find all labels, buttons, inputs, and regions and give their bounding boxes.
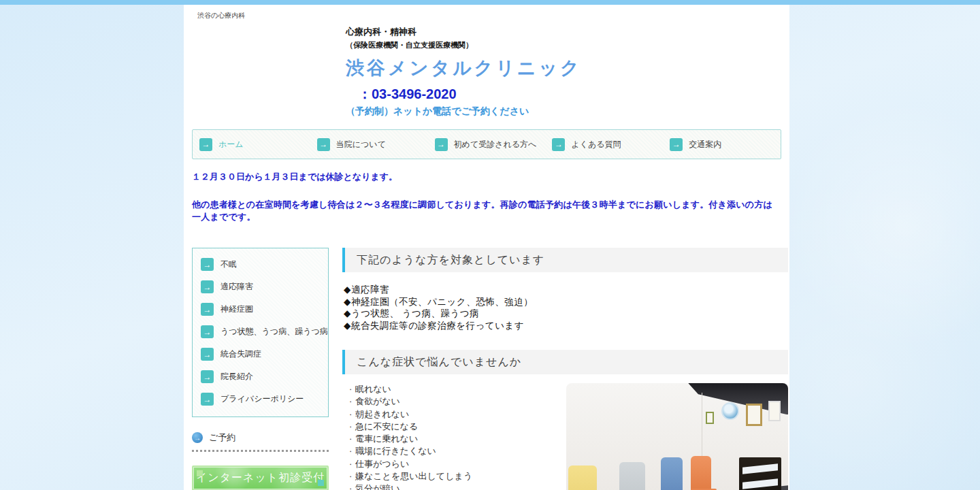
bullet-icon: ・: [347, 483, 354, 490]
arrow-icon: →: [201, 303, 214, 316]
arrow-icon: →: [435, 138, 448, 151]
arrow-icon: →: [317, 138, 330, 151]
sidebar: → 不眠 → 適応障害 → 神経症圏 → うつ: [192, 248, 329, 490]
symptom-item-label: 気分が暗い: [355, 483, 400, 490]
nav-item[interactable]: → ホーム: [193, 138, 310, 151]
symptom-item-label: 電車に乗れない: [355, 433, 418, 445]
symptom-item: ・ 食欲がない: [347, 395, 566, 408]
section-heading-symptoms: こんな症状で悩んでいませんか: [342, 350, 788, 374]
nav-item[interactable]: → 当院について: [310, 138, 428, 151]
button-corner-decoration: [318, 480, 324, 486]
waiting-room-photo: [566, 383, 788, 490]
dotted-divider: [192, 450, 329, 452]
photo-frame-white: [768, 401, 781, 421]
bullet-icon: ・: [347, 471, 354, 483]
chair-orange: [691, 456, 719, 490]
symptom-item-label: 職場に行きたくない: [355, 445, 436, 457]
chair-blue: [661, 457, 691, 490]
target-item: ◆うつ状態、 うつ病、躁うつ病: [344, 308, 788, 320]
holiday-notice: １２月３０日から１月３日までは休診となります。: [192, 171, 781, 183]
symptom-item: ・ 眠れない: [347, 383, 566, 395]
bullet-icon: ・: [347, 459, 354, 470]
symptom-item-label: 仕事がつらい: [355, 458, 409, 470]
reservation-heading-label: ご予約: [209, 431, 235, 444]
arrow-icon: →: [201, 325, 214, 338]
bullet-icon: ・: [347, 446, 354, 457]
arrow-icon: →: [201, 258, 214, 271]
arrow-icon: →: [670, 138, 683, 151]
internet-reception-button[interactable]: インターネット初診受付: [192, 466, 329, 490]
clinic-name: 渋谷メンタルクリニック: [346, 56, 789, 80]
symptom-item-label: 嫌なことを思い出してしまう: [355, 470, 472, 483]
sidebar-menu-item-label: 不眠: [220, 259, 237, 270]
sidebar-menu-item-label: 神経症圏: [220, 304, 253, 315]
arrow-icon: →: [201, 348, 214, 361]
sidebar-menu-item[interactable]: → 神経症圏: [201, 298, 328, 321]
photo-frame-green: [706, 412, 714, 424]
site-header: 心療内科・精神科 （保険医療機関・自立支援医療機関） 渋谷メンタルクリニック ：…: [346, 26, 789, 118]
arrow-icon: →: [552, 138, 565, 151]
symptom-item-label: 朝起きれない: [355, 408, 409, 421]
target-item: ◆神経症圏（不安、パニック、恐怖、強迫）: [344, 296, 788, 308]
button-corner-decoration: [197, 470, 203, 476]
symptom-item-label: 急に不安になる: [355, 421, 418, 433]
arrow-icon: →: [201, 370, 214, 383]
nav-item-label: ホーム: [218, 139, 244, 150]
sidebar-menu-item[interactable]: → 適応障害: [201, 276, 328, 298]
license-label: （保険医療機関・自立支援医療機関）: [346, 40, 789, 50]
target-list: ◆適応障害 ◆神経症圏（不安、パニック、恐怖、強迫） ◆うつ状態、 うつ病、躁う…: [344, 284, 788, 331]
symptom-item: ・ 仕事がつらい: [347, 458, 566, 470]
circle-arrow-icon: →: [192, 432, 203, 443]
arrow-icon: →: [201, 280, 214, 293]
bullet-icon: ・: [347, 434, 354, 445]
sidebar-menu: → 不眠 → 適応障害 → 神経症圏 → うつ: [192, 248, 329, 417]
reservation-heading: → ご予約: [192, 431, 329, 444]
nav-item-label: 当院について: [336, 139, 386, 150]
photo-round-sign: [721, 402, 739, 420]
arrow-icon: →: [201, 393, 214, 406]
internet-reception-button-label: インターネット初診受付: [196, 471, 325, 485]
site-tagline: 渋谷の心療内科: [184, 5, 789, 20]
bullet-icon: ・: [347, 409, 354, 421]
sidebar-menu-item-label: 院長紹介: [220, 371, 253, 382]
symptom-list: ・ 眠れない ・ 食欲がない ・ 朝起きれない: [342, 383, 566, 490]
nav-item[interactable]: → 交通案内: [663, 138, 781, 151]
nav-item[interactable]: → よくある質問: [545, 138, 663, 151]
symptom-item: ・ 気分が暗い: [347, 483, 566, 490]
symptom-item: ・ 朝起きれない: [347, 408, 566, 421]
main-nav: → ホーム → 当院について → 初めて受診される方へ → よくある質問 → 交…: [192, 129, 781, 159]
sidebar-menu-item[interactable]: → 院長紹介: [201, 365, 328, 388]
symptom-item-label: 食欲がない: [355, 395, 400, 408]
sidebar-menu-item[interactable]: → 統合失調症: [201, 343, 328, 365]
sidebar-menu-item-label: うつ状態、うつ病、躁うつ病: [220, 326, 328, 338]
nav-item-label: 交通案内: [689, 139, 721, 150]
symptom-item: ・ 電車に乗れない: [347, 433, 566, 445]
sidebar-menu-item[interactable]: → 不眠: [201, 253, 328, 276]
bullet-icon: ・: [347, 384, 354, 395]
nav-item[interactable]: → 初めて受診される方へ: [428, 138, 546, 151]
header-reserve-note: （予約制）ネットか電話でご予約ください: [346, 105, 789, 118]
symptom-item: ・ 嫌なことを思い出してしまう: [347, 470, 566, 483]
nav-item-label: よくある質問: [571, 139, 621, 150]
waiting-room-notice: 他の患者様との在室時間を考慮し待合は２〜３名程度に調節しております。再診の電話予…: [192, 199, 781, 223]
chair-gray: [619, 462, 655, 490]
nav-item-label: 初めて受診される方へ: [454, 139, 537, 150]
bullet-icon: ・: [347, 421, 354, 433]
magazine-rack: [739, 457, 781, 490]
target-item: ◆統合失調症等の診察治療を行っています: [344, 320, 788, 332]
bullet-icon: ・: [347, 396, 354, 408]
main-content: 下記のような方を対象としています ◆適応障害 ◆神経症圏（不安、パニック、恐怖、…: [342, 248, 788, 490]
photo-frame-gold: [746, 404, 762, 426]
arrow-icon: →: [199, 138, 212, 151]
section-heading-targets: 下記のような方を対象としています: [342, 248, 788, 272]
symptom-item: ・ 急に不安になる: [347, 421, 566, 433]
sidebar-menu-item-label: 適応障害: [220, 281, 253, 293]
symptom-item: ・ 職場に行きたくない: [347, 445, 566, 457]
page-content: 渋谷の心療内科 心療内科・精神科 （保険医療機関・自立支援医療機関） 渋谷メンタ…: [184, 5, 789, 490]
sidebar-menu-item[interactable]: → プライバシーポリシー: [201, 388, 328, 410]
phone-number[interactable]: ：03-3496-2020: [358, 85, 789, 103]
sidebar-menu-item[interactable]: → うつ状態、うつ病、躁うつ病: [201, 321, 328, 343]
department-label: 心療内科・精神科: [346, 26, 789, 38]
top-accent-strip: [0, 0, 980, 5]
target-item: ◆適応障害: [344, 284, 788, 296]
